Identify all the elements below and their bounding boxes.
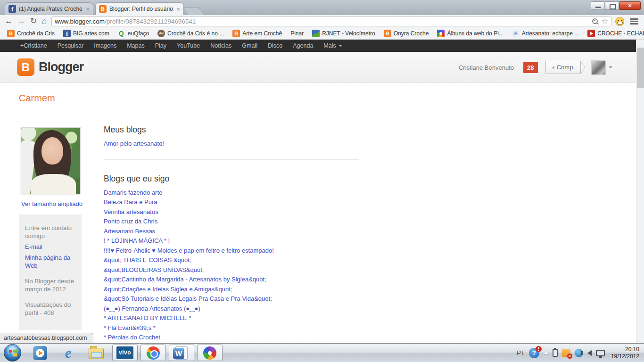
bookmark-star-icon[interactable]: ☆ xyxy=(602,17,608,25)
chrome-button[interactable] xyxy=(140,345,166,361)
word-button[interactable] xyxy=(169,345,194,361)
hidden-icons-chevron[interactable] xyxy=(544,352,548,354)
google-bar-item[interactable]: Disco xyxy=(263,42,288,49)
blogger-logo[interactable]: Blogger xyxy=(17,58,83,76)
account-caret-icon[interactable] xyxy=(609,66,612,68)
bookmark-item[interactable]: Pinar xyxy=(286,30,308,37)
bookmark-item[interactable]: BIG artes.com xyxy=(59,30,114,37)
profile-page: Carmem Ver tamanho ampliado Entre em con… xyxy=(0,83,636,343)
screen: (1) Angela Prates Croche - × Blogger: Pe… xyxy=(0,0,644,362)
google-bar-item[interactable]: Gmail xyxy=(237,42,263,49)
internet-explorer-icon[interactable]: e xyxy=(60,345,76,361)
reload-icon[interactable]: ↻ xyxy=(30,16,37,26)
google-bar-item[interactable]: +Cristiane xyxy=(15,42,52,49)
network-icon[interactable] xyxy=(596,350,605,356)
main-column: Meus blogs Amor pelo artesanato! Blogs q… xyxy=(104,125,359,343)
network-error-icon[interactable] xyxy=(562,349,570,357)
word-icon xyxy=(175,346,188,360)
google-bar-item[interactable]: YouTube xyxy=(172,42,205,49)
media-player-icon[interactable] xyxy=(32,345,48,361)
chrome-menu-icon[interactable] xyxy=(630,18,638,25)
google-bar-item[interactable]: Agenda xyxy=(288,42,318,49)
followed-blog-link[interactable]: &quot;Criações e Ideias Siglea e Amigas&… xyxy=(104,285,359,295)
profile-title: Carmem xyxy=(19,93,55,104)
bookmark-favicon xyxy=(312,30,320,37)
followed-blog-link[interactable]: !!!!♥ Feltro-Aholic ♥ Moldes e pap em fe… xyxy=(104,246,359,256)
tab-title: Blogger: Perfil do usuário: xyxy=(109,6,173,12)
profile-photo[interactable] xyxy=(21,127,81,194)
bookmark-item[interactable]: Crochê da Cris xyxy=(3,30,59,37)
minimize-button[interactable] xyxy=(591,1,605,10)
followed-blog-link[interactable]: Artesanato Bessas xyxy=(104,227,359,237)
bookmark-item[interactable]: Artesanato: echarpe ... xyxy=(508,30,583,37)
close-button[interactable]: × xyxy=(619,1,641,10)
chrome-icon xyxy=(147,346,160,360)
back-icon[interactable]: ← xyxy=(5,16,13,26)
enlarge-photo-link[interactable]: Ver tamanho ampliado xyxy=(19,200,85,207)
battery-icon[interactable] xyxy=(553,349,558,357)
zoom-out-icon[interactable] xyxy=(592,18,599,25)
bookmark-item[interactable]: euQfaço xyxy=(114,30,153,37)
google-bar-item[interactable]: Mapas xyxy=(122,42,150,49)
explorer-folder-icon[interactable] xyxy=(89,345,105,361)
clock[interactable]: 20:10 19/12/2012 xyxy=(609,346,639,360)
followed-blog-link[interactable]: * Flá Evart&#39;s * xyxy=(104,323,359,333)
notification-badge[interactable]: 28 xyxy=(523,62,537,73)
bookmark-favicon xyxy=(437,30,445,37)
volume-icon[interactable] xyxy=(587,350,592,356)
google-bar-item[interactable]: Play xyxy=(150,42,172,49)
account-avatar[interactable] xyxy=(591,60,606,75)
my-blog-link[interactable]: Amor pelo artesanato! xyxy=(104,139,359,149)
bookmark-favicon xyxy=(157,30,165,37)
share-button[interactable]: + Comp. xyxy=(545,61,586,74)
blogger-logo-icon xyxy=(17,58,34,76)
account-name[interactable]: Cristiane Benvenuto xyxy=(459,64,514,71)
followed-blog-link[interactable]: Damaris fazendo arte xyxy=(104,188,359,198)
followed-blog-link[interactable]: Beleza Rara e Pura xyxy=(104,197,359,207)
bookmark-item[interactable]: RJNET - Velocímetro xyxy=(308,30,379,37)
forward-icon[interactable]: → xyxy=(17,16,25,26)
scrollbar-thumb[interactable] xyxy=(637,48,644,88)
contact-link[interactable]: E-mail xyxy=(25,243,75,251)
start-button[interactable] xyxy=(4,344,21,362)
vivo-app-button[interactable]: vivo xyxy=(112,345,138,361)
followed-blog-link[interactable]: &quot;BLOGUEIRAS UNIDAS&quot; xyxy=(104,265,359,275)
language-indicator[interactable]: PT xyxy=(517,349,525,356)
followed-blog-link[interactable]: * ARTESANATO BY MICHELE * xyxy=(104,313,359,323)
google-bar-item[interactable]: Mais xyxy=(318,42,347,49)
tab-angela-prates[interactable]: (1) Angela Prates Croche - × xyxy=(5,2,93,15)
followed-blog-link[interactable]: (●‿●) Fernanda Artesanatos (●‿●) xyxy=(104,304,359,314)
google-bar-item[interactable]: Imagens xyxy=(89,42,122,49)
vivo-icon: vivo xyxy=(116,346,133,359)
bookmark-item[interactable]: Onyra Croche xyxy=(380,30,433,37)
followed-blog-link[interactable]: &quot;Cantinho da Margarida - Artesanato… xyxy=(104,275,359,285)
following-heading: Blogs que eu sigo xyxy=(104,174,359,184)
action-center-icon[interactable] xyxy=(529,348,539,358)
followed-blog-link[interactable]: &quot; THAIS E COISAS &quot; xyxy=(104,255,359,265)
picasa-button[interactable] xyxy=(197,345,223,361)
browser-tab-bar: (1) Angela Prates Croche - × Blogger: Pe… xyxy=(0,0,644,15)
tab-blogger-profile[interactable]: Blogger: Perfil do usuário: × xyxy=(95,2,184,15)
bookmark-item[interactable]: CROCHE - ECHARP... xyxy=(583,30,644,37)
google-bar-item[interactable]: Notícias xyxy=(205,42,237,49)
address-bar[interactable]: www.blogger.com/profile/0878432921129469… xyxy=(51,16,611,26)
new-tab-button[interactable] xyxy=(183,8,204,15)
followed-blog-link[interactable]: ! * LOJINHA MÁGICA * ! xyxy=(104,236,359,246)
extension-smiley-icon[interactable] xyxy=(615,17,624,26)
contact-link[interactable]: Minha página da Web xyxy=(25,254,75,270)
tab-close-icon[interactable]: × xyxy=(86,6,90,12)
tab-close-icon[interactable]: × xyxy=(176,6,180,12)
bookmark-item[interactable]: Crochê da Cris é no ... xyxy=(153,30,228,37)
scrollbar[interactable] xyxy=(636,40,644,343)
bookmark-item[interactable]: Arte em Crochê xyxy=(228,30,286,37)
google-bar-item[interactable]: Pesquisar xyxy=(52,42,89,49)
home-icon[interactable]: ⌂ xyxy=(41,16,47,26)
restore-button[interactable] xyxy=(605,1,619,10)
blogger-header: Blogger Cristiane Benvenuto 28 + Comp. xyxy=(0,52,636,83)
followed-blog-link[interactable]: &quot;Só Tutoriais e Idéias Legais Pra C… xyxy=(104,294,359,304)
bookmark-item[interactable]: Álbuns da web do Pi... xyxy=(433,30,507,37)
followed-blog-link[interactable]: Verinha artesanatos xyxy=(104,207,359,217)
clock-date: 19/12/2012 xyxy=(611,353,639,360)
followed-blog-link[interactable]: * Pérolas do Crochet xyxy=(104,333,359,343)
followed-blog-link[interactable]: Ponto cruz da Chris xyxy=(104,217,359,227)
